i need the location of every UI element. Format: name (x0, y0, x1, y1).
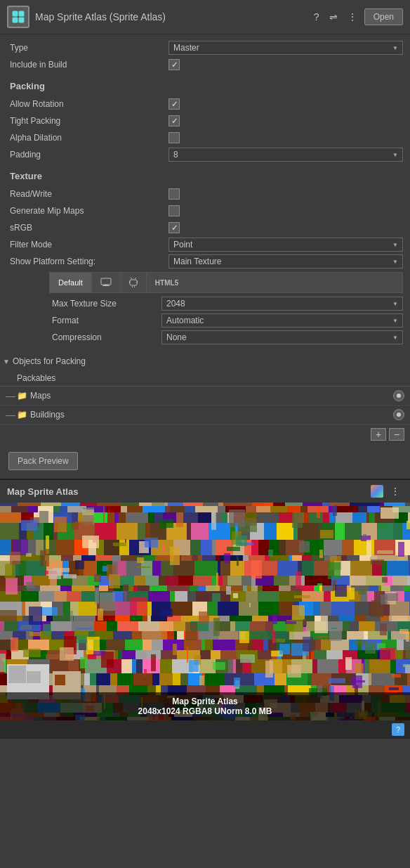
show-platform-setting-label: Show Platform Setting: (7, 257, 168, 266)
srgb-checkbox[interactable] (168, 222, 180, 233)
folder-icon-buildings: 📁 (17, 410, 27, 420)
packable-circle-maps[interactable] (393, 390, 404, 401)
pack-preview-button[interactable]: Pack Preview (8, 452, 78, 470)
triangle-icon: ▼ (3, 358, 10, 365)
max-texture-size-label: Max Texture Size (49, 299, 161, 309)
help-button[interactable]: ? (311, 10, 322, 24)
open-button[interactable]: Open (364, 8, 403, 25)
tight-packing-row: Tight Packing (7, 113, 403, 129)
packable-name-buildings: Buildings (30, 410, 393, 420)
settings-button[interactable]: ⇌ (326, 10, 340, 24)
texture-label: Texture (7, 171, 168, 181)
include-in-build-checkbox[interactable] (168, 59, 180, 70)
include-in-build-control (168, 59, 403, 70)
atlas-info-text: 2048x1024 RGBA8 UNorm 8.0 MB (7, 706, 403, 716)
compression-dropdown[interactable]: None ▼ (161, 330, 403, 344)
objects-section-title: Objects for Packing (13, 356, 86, 366)
svg-rect-5 (104, 285, 108, 285)
packing-section-header: Packing (7, 78, 403, 93)
format-dropdown-arrow: ▼ (392, 318, 398, 324)
tab-pc[interactable] (92, 273, 121, 292)
corner-icon: ? (392, 723, 404, 736)
format-row: Format Automatic ▼ (49, 313, 403, 328)
read-write-row: Read/Write (7, 186, 403, 202)
packable-dash-1: — (6, 390, 17, 401)
tight-packing-checkbox[interactable] (168, 115, 180, 127)
tab-html5[interactable]: HTML5 (147, 273, 187, 292)
show-platform-control: Main Texture ▼ (168, 254, 403, 268)
add-remove-row: + − (0, 425, 410, 443)
format-control: Automatic ▼ (161, 313, 403, 328)
filter-mode-dropdown[interactable]: Point ▼ (168, 238, 403, 252)
svg-line-8 (131, 278, 132, 279)
window-title: Map Sprite Atlas (Sprite Atlas) (35, 11, 166, 22)
header-actions: ? ⇌ ⋮ Open (311, 8, 403, 25)
svg-rect-4 (101, 278, 111, 285)
objects-section-header[interactable]: ▼ Objects for Packing (0, 352, 410, 370)
bottom-panel-more-button[interactable]: ⋮ (388, 484, 403, 498)
inspector-body: Type Master ▼ Include in Build Packing A… (0, 34, 410, 352)
alpha-dilation-control (168, 132, 403, 143)
compression-label: Compression (49, 332, 161, 342)
bottom-panel-title: Map Sprite Atlas (7, 486, 78, 497)
generate-mip-maps-checkbox[interactable] (168, 205, 180, 216)
include-in-build-row: Include in Build (7, 57, 403, 72)
atlas-canvas (0, 503, 410, 720)
alpha-dilation-checkbox[interactable] (168, 132, 180, 143)
compression-row: Compression None ▼ (49, 330, 403, 345)
header-left: Map Sprite Atlas (Sprite Atlas) (7, 6, 166, 28)
sprite-atlas-icon (7, 6, 29, 28)
svg-rect-13 (134, 286, 135, 287)
alpha-dilation-row: Alpha Dilation (7, 130, 403, 145)
allow-rotation-checkbox[interactable] (168, 98, 180, 110)
svg-rect-12 (132, 286, 133, 287)
type-dropdown[interactable]: Master ▼ (168, 41, 403, 55)
compression-dropdown-arrow: ▼ (392, 335, 398, 341)
more-options-button[interactable]: ⋮ (345, 10, 360, 24)
bottom-corner: ? (0, 720, 410, 739)
atlas-overlay: Map Sprite Atlas 2048x1024 RGBA8 UNorm 8… (0, 692, 410, 720)
list-item: — 📁 Maps (0, 387, 410, 406)
tab-android[interactable] (121, 273, 147, 292)
show-platform-dropdown[interactable]: Main Texture ▼ (168, 254, 403, 268)
filter-mode-dropdown-arrow: ▼ (392, 242, 398, 248)
padding-row: Padding 8 ▼ (7, 147, 403, 162)
format-label: Format (49, 316, 161, 325)
srgb-label: sRGB (7, 223, 168, 233)
padding-dropdown[interactable]: 8 ▼ (168, 148, 403, 162)
atlas-preview: Map Sprite Atlas 2048x1024 RGBA8 UNorm 8… (0, 503, 410, 720)
svg-rect-2 (13, 18, 18, 22)
padding-control: 8 ▼ (168, 148, 403, 162)
max-texture-size-dropdown[interactable]: 2048 ▼ (161, 297, 403, 311)
allow-rotation-row: Allow Rotation (7, 96, 403, 112)
generate-mip-maps-row: Generate Mip Maps (7, 203, 403, 219)
packable-dash-2: — (6, 409, 17, 420)
atlas-name-text: Map Sprite Atlas (7, 697, 403, 706)
tab-default[interactable]: Default (50, 273, 92, 292)
svg-rect-6 (102, 285, 110, 286)
color-picker-icon[interactable] (371, 485, 383, 498)
remove-packable-button[interactable]: − (389, 428, 404, 441)
max-texture-size-row: Max Texture Size 2048 ▼ (49, 296, 403, 311)
compression-control: None ▼ (161, 330, 403, 344)
read-write-label: Read/Write (7, 189, 168, 199)
show-platform-row: Show Platform Setting: Main Texture ▼ (7, 254, 403, 269)
pack-preview-section: Pack Preview (0, 443, 410, 479)
svg-rect-10 (129, 281, 130, 283)
generate-mip-maps-control (168, 205, 403, 216)
read-write-checkbox[interactable] (168, 188, 180, 200)
packable-circle-buildings[interactable] (393, 409, 404, 420)
packing-label: Packing (7, 81, 168, 91)
tight-packing-control (168, 115, 403, 127)
type-dropdown-arrow: ▼ (392, 45, 398, 51)
padding-dropdown-arrow: ▼ (392, 152, 398, 158)
srgb-row: sRGB (7, 220, 403, 235)
add-packable-button[interactable]: + (371, 428, 386, 441)
type-row: Type Master ▼ (7, 40, 403, 56)
max-texture-size-control: 2048 ▼ (161, 297, 403, 311)
folder-icon-maps: 📁 (17, 391, 27, 401)
filter-mode-row: Filter Mode Point ▼ (7, 237, 403, 252)
format-dropdown[interactable]: Automatic ▼ (161, 313, 403, 328)
objects-for-packing-section: ▼ Objects for Packing Packables — 📁 Maps… (0, 352, 410, 443)
filter-mode-control: Point ▼ (168, 238, 403, 252)
